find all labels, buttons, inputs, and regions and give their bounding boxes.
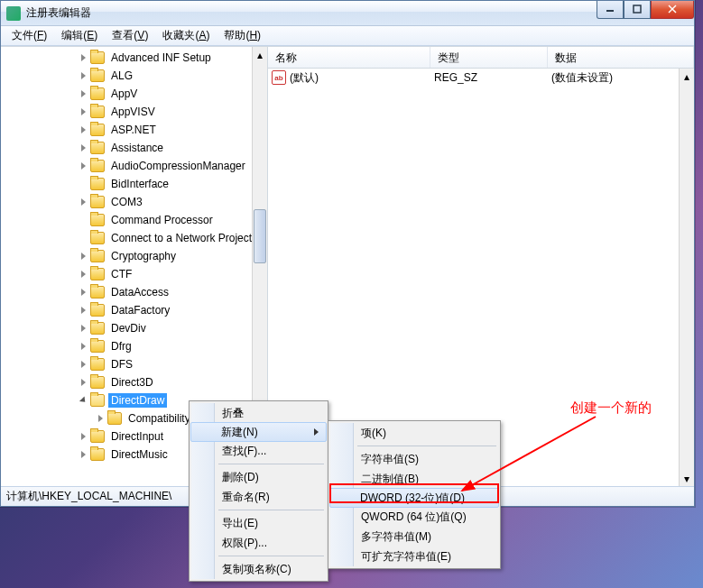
tree-label: ASP.NET [108,123,159,137]
folder-icon [90,448,105,461]
expander-icon[interactable] [78,287,88,298]
tree-node[interactable]: Advanced INF Setup [1,49,267,67]
tree-node[interactable]: Direct3D [1,373,267,391]
expander-icon[interactable] [78,161,88,171]
tree-node[interactable]: ASP.NET [1,121,267,139]
menu-item[interactable]: 查找(F)... [191,441,326,461]
menu-e[interactable]: 编辑(E) [54,26,105,45]
expander-icon[interactable] [78,88,88,99]
tree-label: DirectMusic [108,447,171,462]
col-data[interactable]: 数据 [548,47,694,68]
menu-item[interactable]: 字符串值(S) [330,449,498,469]
titlebar[interactable]: 注册表编辑器 [1,1,694,26]
expander-icon[interactable] [78,359,88,370]
menu-item[interactable]: QWORD (64 位)值(Q) [330,507,498,527]
menu-item[interactable]: 权限(P)... [191,533,326,553]
folder-icon [90,124,105,136]
expander-icon[interactable] [78,197,88,207]
string-value-icon: ab [272,70,286,85]
tree-label: Compatibility [125,411,193,426]
expander-icon[interactable] [78,251,88,262]
menu-item[interactable]: 二进制值(B) [330,469,498,489]
folder-icon [90,214,105,226]
context-menu-new[interactable]: 项(K)字符串值(S)二进制值(B)DWORD (32-位)值(D)QWORD … [328,420,501,569]
menu-item[interactable]: 可扩充字符串值(E) [330,547,498,566]
menu-item[interactable]: DWORD (32-位)值(D) [329,488,499,508]
tree-node[interactable]: DevDiv [1,319,267,337]
folder-icon [90,250,105,262]
tree-node[interactable]: AppV [1,85,267,103]
folder-icon [90,142,105,154]
tree-label: AudioCompressionManager [108,159,248,173]
expander-icon[interactable] [78,52,88,63]
tree-node[interactable]: Dfrg [1,337,267,355]
expander-icon[interactable] [78,305,88,316]
folder-icon [90,69,105,82]
menu-item[interactable]: 多字符串值(M) [330,527,498,547]
tree-node[interactable]: BidInterface [1,175,267,193]
value-row[interactable]: ab(默认)REG_SZ(数值未设置) [268,69,694,87]
expander-icon[interactable] [78,449,88,460]
tree-label: Dfrg [108,339,134,354]
tree-node[interactable]: COM3 [1,193,267,211]
close-button[interactable] [651,1,694,19]
folder-icon [90,340,105,353]
menu-v[interactable]: 查看(V) [105,26,155,45]
menu-item[interactable]: 重命名(R) [191,487,326,507]
tree-node[interactable]: CTF [1,265,267,283]
tree-label: Cryptography [108,249,179,263]
value-data: (数值未设置) [544,70,694,86]
col-name[interactable]: 名称 [268,47,430,68]
expander-icon[interactable] [78,341,88,352]
scroll-up-icon[interactable]: ▴ [253,47,267,62]
minimize-button[interactable] [597,1,624,19]
folder-icon [90,106,105,118]
menu-item[interactable]: 折叠 [191,403,326,423]
menu-separator [218,510,324,510]
scroll-down-icon[interactable]: ▾ [680,471,694,486]
menu-item[interactable]: 删除(D) [191,467,326,487]
expander-icon[interactable] [78,269,88,280]
tree-label: Advanced INF Setup [108,51,214,65]
folder-icon [90,322,105,335]
expander-icon[interactable] [78,395,88,406]
tree-label: Connect to a Network Projector [108,231,264,245]
menu-item[interactable]: 项(K) [330,423,498,443]
tree-label: DataAccess [108,285,171,299]
tree-node[interactable]: Command Processor [1,211,267,229]
scroll-thumb[interactable] [254,209,266,263]
tree-node[interactable]: Connect to a Network Projector [1,229,267,247]
menu-h[interactable]: 帮助(H) [217,26,268,45]
menu-item[interactable]: 复制项名称(C) [191,559,326,579]
expander-icon[interactable] [78,124,88,135]
tree-node[interactable]: DataFactory [1,301,267,319]
expander-icon[interactable] [78,377,88,388]
menu-f[interactable]: 文件(F) [5,26,54,45]
maximize-button[interactable] [624,1,651,19]
list-rows: ab(默认)REG_SZ(数值未设置) [268,69,694,87]
folder-icon [90,394,105,407]
menu-a[interactable]: 收藏夹(A) [155,26,217,45]
context-menu-main[interactable]: 折叠新建(N)查找(F)...删除(D)重命名(R)导出(E)权限(P)...复… [189,400,328,582]
tree-node[interactable]: ALG [1,67,267,85]
list-scrollbar[interactable]: ▴ ▾ [679,69,694,486]
col-type[interactable]: 类型 [430,47,548,68]
expander-icon[interactable] [78,70,88,81]
folder-icon [90,232,105,244]
scroll-up-icon[interactable]: ▴ [680,69,694,84]
menu-item[interactable]: 新建(N) [190,422,327,442]
tree-node[interactable]: Assistance [1,139,267,157]
tree-node[interactable]: AppVISV [1,103,267,121]
expander-icon[interactable] [78,142,88,153]
expander-icon[interactable] [95,413,106,424]
expander-icon[interactable] [78,431,88,442]
expander-icon[interactable] [78,106,88,117]
tree-node[interactable]: AudioCompressionManager [1,157,267,175]
tree-node[interactable]: Cryptography [1,247,267,265]
tree-label: DirectInput [108,429,166,444]
expander-icon[interactable] [78,323,88,334]
tree-node[interactable]: DFS [1,355,267,373]
tree-node[interactable]: DataAccess [1,283,267,301]
folder-icon [90,160,105,172]
menu-item[interactable]: 导出(E) [191,513,326,533]
